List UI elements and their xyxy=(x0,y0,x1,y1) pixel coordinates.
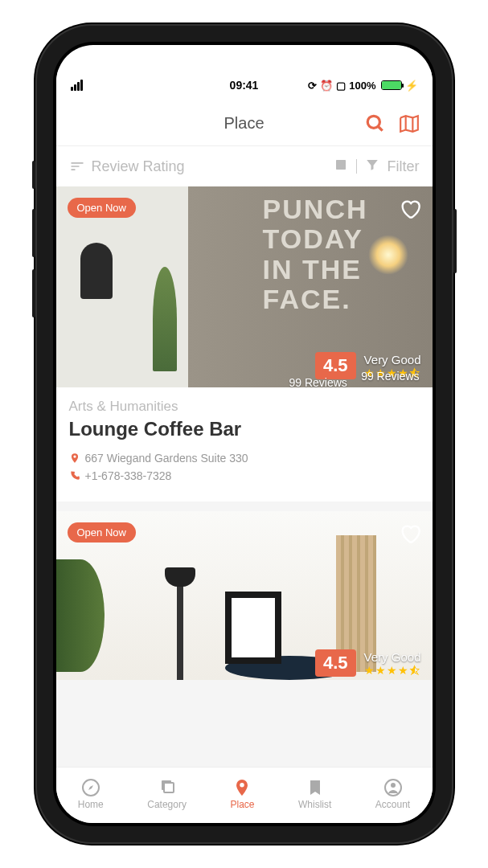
place-address: 667 Wiegand Gardens Suite 330 xyxy=(85,452,248,465)
review-count: 99 Reviews xyxy=(361,370,419,383)
review-count: 99 Reviews xyxy=(289,376,347,387)
phone-frame: 09:41 ⟳ ⏰ ▢ 100% ⚡ Place xyxy=(35,24,453,844)
alarm-icon: ⏰ xyxy=(320,80,333,92)
app-header: Place xyxy=(56,101,433,146)
grid-view-icon[interactable] xyxy=(334,158,348,176)
sort-label: Review Rating xyxy=(92,158,185,175)
rotation-lock-icon: ⟳ xyxy=(308,80,317,92)
page-title: Place xyxy=(223,114,264,133)
phone-icon xyxy=(69,470,80,481)
svg-rect-7 xyxy=(164,783,174,792)
place-address-row: 667 Wiegand Gardens Suite 330 xyxy=(69,452,420,465)
place-phone: +1-678-338-7328 xyxy=(85,469,172,482)
star-rating: ★★★★⯪ xyxy=(364,664,421,677)
rating-label: Very Good xyxy=(364,650,421,664)
favorite-icon[interactable] xyxy=(399,522,421,548)
place-list[interactable]: Open Now 4.5 Very Good ★★★★⯪ 99 xyxy=(56,186,433,767)
battery-percent: 100% xyxy=(349,80,375,92)
place-category: Arts & Humanities xyxy=(69,399,420,415)
status-time: 09:41 xyxy=(230,79,259,92)
sort-filter-bar: Review Rating Filter xyxy=(56,146,433,186)
rating-score: 4.5 xyxy=(315,649,356,677)
location-pin-icon xyxy=(69,452,80,464)
status-bar: 09:41 ⟳ ⏰ ▢ 100% ⚡ xyxy=(56,69,433,101)
nav-label: Home xyxy=(78,799,104,810)
map-icon[interactable] xyxy=(399,113,420,134)
favorite-icon[interactable] xyxy=(399,198,421,223)
search-icon[interactable] xyxy=(365,113,386,134)
place-title: Lounge Coffee Bar xyxy=(69,418,420,440)
open-now-badge: Open Now xyxy=(68,198,136,218)
bottom-nav: Home Category Place Whislist Account xyxy=(56,767,433,823)
rating-block: 4.5 Very Good ★★★★⯪ xyxy=(315,649,421,677)
charging-icon: ⚡ xyxy=(405,80,418,92)
nav-label: Account xyxy=(375,799,410,810)
place-image: Open Now 4.5 Very Good ★★★★⯪ xyxy=(56,511,433,680)
compass-icon xyxy=(81,778,100,797)
rating-score: 4.5 xyxy=(315,352,356,379)
bookmark-icon xyxy=(306,778,325,797)
rating-label: Very Good xyxy=(364,353,421,366)
nav-home[interactable]: Home xyxy=(78,778,104,810)
nav-label: Whislist xyxy=(298,799,331,810)
sort-button[interactable]: Review Rating xyxy=(69,158,185,175)
nav-wishlist[interactable]: Whislist xyxy=(298,778,331,810)
open-now-badge: Open Now xyxy=(68,522,136,542)
location-pin-icon xyxy=(232,778,252,797)
place-image: Open Now 4.5 Very Good ★★★★⯪ 99 xyxy=(56,186,433,387)
place-card[interactable]: Open Now 4.5 Very Good ★★★★⯪ 99 xyxy=(56,186,433,502)
place-phone-row: +1-678-338-7328 xyxy=(69,469,420,482)
nav-label: Place xyxy=(230,799,254,810)
nav-place[interactable]: Place xyxy=(230,778,254,810)
svg-point-0 xyxy=(367,116,379,128)
airplay-icon: ▢ xyxy=(336,80,346,92)
battery-icon xyxy=(381,80,402,90)
divider xyxy=(356,159,357,174)
layers-icon xyxy=(158,778,177,797)
nav-label: Category xyxy=(147,799,187,810)
place-card[interactable]: Open Now 4.5 Very Good ★★★★⯪ xyxy=(56,511,433,680)
filter-label[interactable]: Filter xyxy=(388,158,420,175)
sort-icon xyxy=(69,158,85,174)
svg-point-9 xyxy=(391,783,396,788)
nav-category[interactable]: Category xyxy=(147,778,187,810)
svg-rect-4 xyxy=(336,160,346,170)
filter-icon[interactable] xyxy=(365,158,379,176)
signal-icon xyxy=(71,80,83,91)
user-icon xyxy=(383,778,403,797)
nav-account[interactable]: Account xyxy=(375,778,410,810)
svg-line-1 xyxy=(378,126,382,130)
